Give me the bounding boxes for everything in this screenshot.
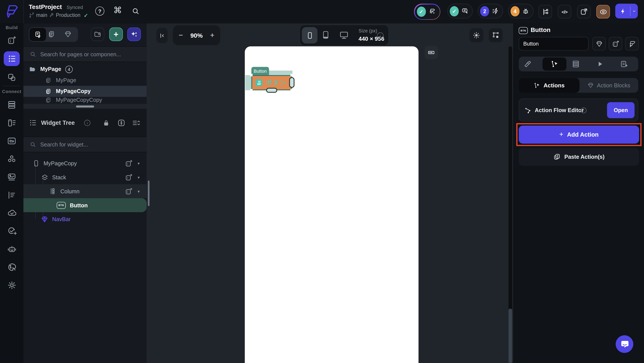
expand-collapse-button[interactable]	[117, 119, 126, 127]
global-search-button[interactable]	[132, 7, 140, 15]
resize-handle-right[interactable]	[289, 77, 294, 88]
resize-handle-se[interactable]	[290, 89, 293, 91]
sidebar-app-values[interactable]	[4, 188, 20, 202]
collapse-panel-button[interactable]	[156, 28, 168, 43]
sidebar-media-assets[interactable]	[4, 169, 20, 184]
add-page-button[interactable]: +	[109, 27, 123, 41]
theme-toggle-button[interactable]	[469, 28, 484, 42]
wrap-widget-button[interactable]	[609, 37, 622, 50]
tree-row-stack[interactable]: Stack ▾	[24, 170, 146, 184]
info-icon[interactable]: i	[84, 120, 90, 126]
page-row-mypage[interactable]: MyPage	[24, 75, 146, 86]
actions-tab[interactable]: Actions	[519, 78, 579, 93]
action-blocks-tab[interactable]: Action Blocks	[580, 78, 638, 93]
caret-down-icon[interactable]: ▾	[138, 161, 140, 166]
sidebar-page-selector[interactable]	[4, 51, 20, 66]
page-row-mypagecopy-selected[interactable]: MyPageCopy	[24, 86, 146, 97]
folder-row-mypage[interactable]: MyPage 4	[24, 64, 146, 75]
sidebar-settings[interactable]	[4, 278, 20, 293]
sidebar-widget-palette[interactable]	[4, 33, 20, 47]
device-phone-button[interactable]	[302, 27, 318, 43]
resize-handle-ne[interactable]	[290, 74, 293, 76]
tab-backend[interactable]	[572, 60, 580, 68]
caret-down-icon[interactable]: ▾	[138, 189, 140, 194]
sidebar-components[interactable]	[4, 70, 20, 84]
run-menu-button[interactable]	[630, 8, 638, 13]
tree-row-column[interactable]: Column ▾	[24, 184, 146, 198]
ai-review-button[interactable]: ✓	[414, 4, 440, 20]
size-info-icon[interactable]: i	[377, 32, 384, 39]
add-widget-icon[interactable]	[125, 173, 133, 181]
add-widget-icon[interactable]	[125, 187, 133, 195]
cursor-flow-icon	[550, 60, 558, 68]
tab-actions[interactable]	[542, 57, 566, 70]
sort-order-button[interactable]	[132, 119, 140, 127]
resize-handle-sw[interactable]	[250, 89, 252, 91]
convert-to-flutterflow-button[interactable]	[625, 37, 639, 50]
tab-components[interactable]	[64, 30, 72, 38]
run-button[interactable]	[615, 8, 630, 15]
add-folder-button[interactable]	[91, 27, 104, 41]
flow-nodes-icon	[524, 107, 532, 114]
search-icon	[30, 51, 36, 57]
page-search-input[interactable]	[40, 50, 123, 57]
sidebar-ai-agents[interactable]	[4, 242, 20, 256]
action-flows-button[interactable]	[538, 5, 552, 18]
open-flow-editor-button[interactable]: Open	[607, 102, 634, 118]
plus-icon: +	[114, 29, 118, 39]
resize-handle-nw[interactable]	[250, 74, 252, 76]
keyboard-toggle-button[interactable]	[425, 46, 438, 59]
make-component-button[interactable]	[592, 37, 606, 50]
tab-documentation[interactable]	[620, 60, 628, 68]
tab-animations[interactable]	[596, 60, 604, 68]
resize-handle-bottom[interactable]	[266, 88, 278, 93]
canvas-settings-button[interactable]	[489, 28, 503, 42]
canvas-scrollbar-thumb[interactable]	[508, 309, 512, 363]
device-desktop-button[interactable]	[339, 30, 348, 40]
command-menu-button[interactable]: ⌘	[113, 5, 122, 15]
tab-pages[interactable]	[48, 30, 56, 38]
view-code-button[interactable]: </>	[558, 5, 571, 18]
panel-drag-divider[interactable]	[24, 104, 146, 109]
info-icon[interactable]: i	[581, 107, 586, 113]
flutterflow-logo[interactable]	[0, 0, 24, 23]
tree-row-button-selected[interactable]: BTN Button	[24, 198, 146, 212]
caret-down-icon[interactable]: ▾	[138, 175, 140, 180]
tab-properties[interactable]	[524, 60, 532, 68]
panel-resize-gutter[interactable]	[146, 23, 151, 363]
sidebar-cloud-functions[interactable]	[4, 206, 20, 220]
phone-canvas[interactable]	[245, 46, 418, 363]
widget-search-input[interactable]	[40, 141, 123, 148]
add-widget-icon[interactable]	[125, 159, 133, 167]
add-action-button[interactable]: + Add Action	[519, 126, 639, 144]
widget-name-input[interactable]	[519, 37, 588, 50]
paste-actions-button[interactable]: Paste Action(s)	[519, 148, 639, 166]
tree-row-mypagecopy[interactable]: MyPageCopy ▾	[24, 156, 146, 170]
ai-page-generator-button[interactable]	[127, 27, 141, 41]
tab-pages-and-components[interactable]	[30, 28, 46, 41]
page-row-mypagecopycopy[interactable]: MyPageCopyCopy	[24, 97, 146, 104]
sidebar-database[interactable]	[4, 97, 20, 112]
help-button[interactable]: ?	[95, 6, 104, 15]
sidebar-api-calls[interactable]	[4, 115, 20, 130]
sidebar-tests[interactable]	[4, 224, 20, 238]
comments-button[interactable]: ✓	[447, 4, 473, 18]
tasks-button[interactable]: 2	[478, 4, 503, 18]
lock-button[interactable]	[102, 119, 110, 127]
zoom-in-button[interactable]: +	[210, 31, 214, 40]
preview-eye-button[interactable]	[596, 5, 610, 18]
sidebar-theme[interactable]	[4, 260, 20, 274]
support-chat-button[interactable]	[616, 335, 634, 353]
tree-row-navbar[interactable]: NavBar	[24, 212, 146, 226]
branch-name[interactable]: main	[36, 12, 47, 18]
tree-scrollbar-thumb[interactable]	[148, 181, 150, 206]
sidebar-storage[interactable]	[4, 133, 20, 148]
open-button-label: Open	[614, 107, 628, 113]
environment-name[interactable]: Production	[56, 12, 80, 18]
open-external-button[interactable]	[577, 5, 590, 18]
database-icon	[7, 100, 16, 109]
issues-button[interactable]: 4	[508, 4, 534, 18]
device-tablet-button[interactable]	[321, 30, 330, 39]
zoom-out-button[interactable]: −	[178, 31, 183, 40]
sidebar-integrations[interactable]	[4, 151, 20, 166]
